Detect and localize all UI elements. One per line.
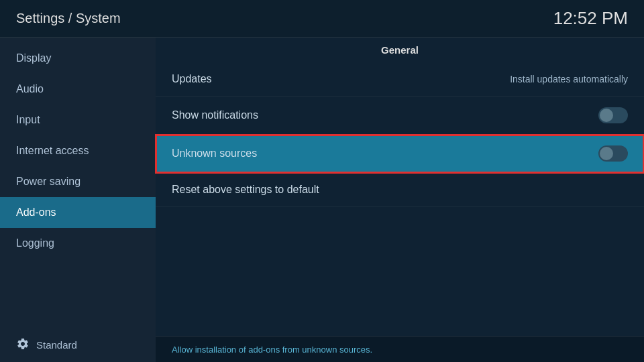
content-area: General UpdatesInstall updates automatic… (156, 38, 644, 362)
sidebar-item-display[interactable]: Display (0, 43, 156, 74)
section-header: General (156, 38, 644, 62)
settings-row-show-notifications[interactable]: Show notifications (156, 97, 644, 135)
sidebar-item-power-saving[interactable]: Power saving (0, 166, 156, 197)
settings-row-updates[interactable]: UpdatesInstall updates automatically (156, 62, 644, 97)
status-text: Allow installation of add-ons from unkno… (172, 345, 372, 355)
page-title: Settings / System (16, 11, 121, 26)
toggle-unknown-sources[interactable] (598, 145, 628, 162)
sidebar-standard-label: Standard (36, 339, 77, 351)
row-label-reset-settings: Reset above settings to default (172, 184, 319, 196)
header: Settings / System 12:52 PM (0, 0, 644, 37)
toggle-knob-show-notifications (600, 109, 613, 122)
settings-row-reset-settings[interactable]: Reset above settings to default (156, 173, 644, 207)
sidebar: DisplayAudioInputInternet accessPower sa… (0, 38, 156, 362)
content-inner: General UpdatesInstall updates automatic… (156, 38, 644, 336)
row-label-show-notifications: Show notifications (172, 109, 258, 121)
sidebar-bottom[interactable]: Standard (0, 328, 156, 362)
gear-icon (16, 337, 30, 353)
sidebar-item-logging[interactable]: Logging (0, 228, 156, 259)
toggle-show-notifications[interactable] (598, 107, 628, 123)
toggle-knob-unknown-sources (600, 147, 613, 160)
sidebar-item-internet-access[interactable]: Internet access (0, 135, 156, 166)
row-label-unknown-sources: Unknown sources (172, 147, 257, 160)
sidebar-item-audio[interactable]: Audio (0, 74, 156, 105)
row-value-updates: Install updates automatically (510, 74, 628, 84)
clock: 12:52 PM (553, 8, 628, 29)
row-label-updates: Updates (172, 73, 212, 85)
main-layout: DisplayAudioInputInternet accessPower sa… (0, 38, 644, 362)
settings-list: UpdatesInstall updates automaticallyShow… (156, 62, 644, 207)
sidebar-item-add-ons[interactable]: Add-ons (0, 197, 156, 228)
settings-row-unknown-sources[interactable]: Unknown sources (156, 135, 644, 173)
status-bar: Allow installation of add-ons from unkno… (156, 336, 644, 362)
sidebar-item-input[interactable]: Input (0, 105, 156, 135)
